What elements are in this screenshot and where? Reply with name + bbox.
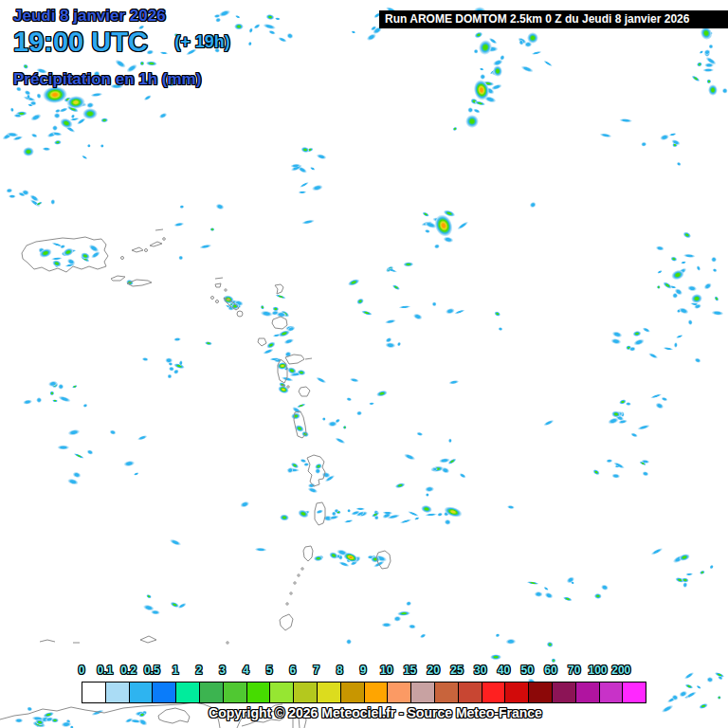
forecast-header: Jeudi 8 janvier 2026 19:00 UTC (+ 19h) P…: [13, 8, 230, 87]
coast-grenada: [280, 614, 293, 630]
coast-grenadines-4: [290, 592, 292, 594]
coast-tortola: [150, 242, 162, 246]
coast-antigua: [272, 317, 287, 329]
coast-los-roques: [40, 640, 55, 642]
coast-grande-terre: [285, 355, 304, 364]
coast-barbuda: [275, 284, 283, 294]
coast-tortuga: [140, 636, 156, 643]
coast-culebra: [121, 257, 124, 260]
coast-vieques: [111, 276, 125, 281]
coast-les-saintes-2: [287, 386, 289, 388]
coastlines-layer: [0, 0, 728, 728]
coast-st-thomas: [132, 247, 143, 252]
coast-dominica: [294, 411, 306, 438]
coast-marie-galante: [299, 387, 310, 396]
coast-desirade: [305, 358, 312, 359]
coast-grenadines-1: [301, 568, 303, 570]
coast-st-croix: [127, 280, 152, 286]
forecast-time-utc: 19:00 UTC: [13, 28, 148, 56]
coast-virgin-gorda: [163, 238, 166, 241]
coast-nevis: [237, 311, 243, 317]
coast-grenadines-2: [298, 574, 300, 576]
coast-anguilla: [215, 278, 223, 279]
coast-st-john: [145, 249, 148, 252]
forecast-date: Jeudi 8 janvier 2026: [13, 8, 230, 24]
forecast-hour-offset: (+ 19h): [174, 33, 230, 50]
coast-st-barth: [225, 289, 227, 291]
coast-saba: [211, 297, 214, 300]
coast-st-eustatius: [216, 300, 219, 303]
copyright-notice: Copyright © 2026 Meteociel.fr - Source M…: [0, 705, 728, 720]
coast-barbados: [376, 551, 391, 569]
coast-basse-terre: [278, 359, 287, 383]
coast-les-saintes-1: [282, 385, 284, 387]
coast-grenadines-5: [286, 603, 288, 605]
coast-st-lucia: [315, 502, 325, 525]
coast-st-kitts: [224, 298, 239, 310]
coast-montserrat: [258, 338, 266, 346]
coast-st-martin: [215, 283, 221, 287]
weather-map-image: 00.10.20.5123456789101520253040506070100…: [0, 0, 728, 728]
coast-blanquilla: [227, 642, 228, 644]
coast-anegada: [155, 229, 163, 230]
coast-st-vincent: [303, 546, 313, 561]
coast-grenadines-3: [294, 582, 296, 584]
model-run-banner: Run AROME DOMTOM 2.5km 0 Z du Jeudi 8 ja…: [379, 10, 728, 28]
parameter-label: Précipitation en 1h (mm): [13, 71, 230, 87]
coast-puerto-rico: [22, 237, 108, 272]
coast-martinique: [307, 455, 325, 486]
